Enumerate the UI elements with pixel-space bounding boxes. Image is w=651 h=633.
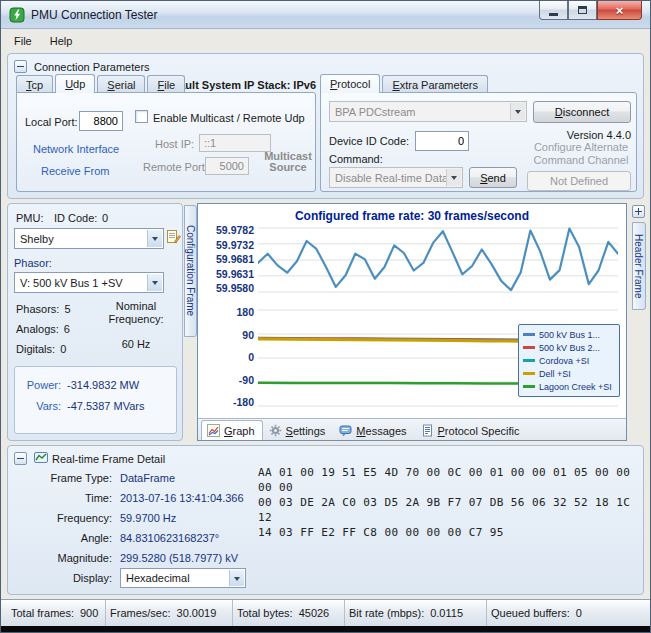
protocol-select: BPA PDCstream: [329, 101, 527, 122]
axis-tick-label: 90: [242, 329, 254, 341]
minus-icon: [17, 458, 24, 459]
power-label: Power:: [15, 379, 61, 391]
frame-detail-row: Frequency: 59.9700 Hz: [12, 508, 244, 528]
receive-from-link[interactable]: Receive From: [41, 165, 109, 177]
chart-title: Configured frame rate: 30 frames/second: [198, 209, 626, 223]
header-frame-tab[interactable]: Header Frame: [632, 222, 646, 310]
id-code-label: ID Code:: [54, 212, 97, 224]
axis-tick-label: 59.9580: [216, 282, 254, 294]
display-format-select[interactable]: Hexadecimal: [120, 568, 246, 588]
tab-messages[interactable]: Messages: [333, 420, 414, 440]
tab-settings[interactable]: Settings: [263, 420, 334, 440]
disconnect-button[interactable]: Disconnect: [533, 101, 631, 123]
command-select[interactable]: Disable Real-time Data: [329, 167, 463, 188]
axis-tick-label: 59.9782: [216, 224, 254, 236]
status-bar: Total frames: 900 Frames/sec: 30.0019 To…: [1, 599, 650, 626]
message-icon: [339, 424, 352, 437]
phasor-select-value: V: 500 kV Bus 1 +SV: [20, 277, 123, 289]
protocol-tabs: Protocol Extra Parameters: [320, 74, 490, 93]
tab-protocol-specific[interactable]: Protocol Specific: [415, 420, 528, 440]
axis-tick-label: 59.9681: [216, 253, 254, 265]
udp-settings-panel: Local Port: Network Interface Receive Fr…: [16, 92, 316, 192]
frame-detail-row: Magnitude: 299.5280 (518.7977) kV: [12, 548, 244, 568]
legend-label: 500 kV Bus 1...: [539, 330, 600, 340]
legend-item: Cordova +SI: [523, 354, 615, 367]
legend-label: Lagoon Creek +SI: [539, 382, 612, 392]
command-select-value: Disable Real-time Data: [335, 172, 448, 184]
tab-extra-parameters[interactable]: Extra Parameters: [382, 75, 488, 93]
command-label: Command:: [329, 153, 383, 165]
device-id-label: Device ID Code:: [329, 135, 409, 147]
network-interface-link[interactable]: Network Interface: [33, 143, 119, 155]
host-ip-label: Host IP:: [155, 138, 194, 150]
menu-bar: File Help: [1, 30, 650, 51]
frequency-axis-ticks: 59.978259.973259.968159.963159.9580: [200, 224, 254, 294]
legend-item: Lagoon Creek +SI: [523, 380, 615, 393]
app-window: PMU Connection Tester × File Help Connec…: [0, 0, 651, 633]
maximize-icon: [578, 6, 587, 14]
multicast-source-label: Multicast Source: [259, 151, 317, 173]
tab-udp[interactable]: Udp: [55, 74, 95, 93]
phasor-label: Phasor:: [14, 257, 52, 269]
collapse-connection-button[interactable]: [14, 60, 27, 73]
send-button[interactable]: Send: [469, 167, 517, 188]
power-value: -314.9832 MW: [67, 379, 139, 391]
pmu-label: PMU:: [16, 212, 44, 224]
expand-header-frame-button[interactable]: [632, 205, 645, 218]
protocol-select-value: BPA PDCstream: [335, 106, 416, 118]
legend-swatch: [523, 372, 535, 375]
legend-swatch: [523, 333, 535, 336]
legend-swatch: [523, 359, 535, 362]
hex-dump: AA 01 00 19 51 E5 4D 70 00 0C 00 01 00 0…: [258, 465, 643, 540]
app-icon: [9, 7, 25, 23]
legend-swatch: [523, 346, 535, 349]
multicast-checkbox[interactable]: [135, 110, 148, 123]
menu-file[interactable]: File: [5, 32, 41, 50]
signal-counts: Phasors: 5 Analogs: 6 Digitals: 0: [16, 303, 71, 363]
tab-serial[interactable]: Serial: [97, 75, 145, 93]
edit-configuration-icon[interactable]: [167, 229, 181, 246]
close-button[interactable]: ×: [597, 1, 642, 20]
display-format-value: Hexadecimal: [126, 572, 190, 584]
local-port-input[interactable]: [79, 111, 123, 131]
status-item: Bit rate (mbps): 0.0115: [345, 600, 487, 626]
count-row: Analogs: 6: [16, 323, 71, 335]
chevron-down-icon: [147, 230, 162, 247]
protocol-settings-panel: BPA PDCstream Disconnect Version 4.4.0 D…: [320, 92, 637, 192]
status-item: Queued buffers: 0: [487, 600, 605, 626]
legend-item: 500 kV Bus 1...: [523, 328, 615, 341]
frame-detail-rows: Frame Type: DataFrame Time: 2013-07-16 1…: [12, 468, 244, 568]
host-ip-input: [199, 134, 271, 152]
tab-protocol[interactable]: Protocol: [320, 74, 380, 93]
tab-file[interactable]: File: [147, 75, 185, 93]
id-code-value: 0: [102, 212, 108, 224]
title-bar[interactable]: PMU Connection Tester ×: [1, 1, 650, 29]
axis-tick-label: 59.9631: [216, 268, 254, 280]
menu-help[interactable]: Help: [41, 32, 82, 50]
configuration-frame-tab[interactable]: Configuration Frame: [184, 205, 197, 337]
minus-icon: [17, 66, 24, 67]
phase-axis-ticks: 180900-90-180: [210, 306, 254, 408]
vars-label: Vars:: [15, 400, 61, 412]
tab-graph[interactable]: Graph: [201, 420, 263, 440]
legend-swatch: [523, 385, 535, 388]
device-id-input[interactable]: [415, 131, 469, 151]
frame-detail-row: Time: 2013-07-16 13:41:04.366: [12, 488, 244, 508]
collapse-frame-detail-button[interactable]: [14, 452, 27, 465]
frame-detail-icon: [34, 451, 48, 466]
display-label: Display:: [12, 572, 112, 584]
legend-label: 500 kV Bus 2...: [539, 343, 600, 353]
status-item: Total frames: 900: [7, 600, 106, 626]
count-row: Digitals: 0: [16, 343, 71, 355]
not-defined-button: Not Defined: [527, 171, 631, 191]
minimize-button[interactable]: [539, 1, 568, 20]
chart-icon: [207, 424, 220, 437]
connection-parameters-title: Connection Parameters: [34, 61, 150, 73]
maximize-button[interactable]: [568, 1, 597, 20]
phasor-select[interactable]: V: 500 kV Bus 1 +SV: [14, 272, 164, 293]
nominal-frequency-value: 60 Hz: [94, 338, 178, 350]
pmu-select[interactable]: Shelby: [14, 228, 164, 249]
graph-panel: Configured frame rate: 30 frames/second …: [197, 203, 627, 441]
pmu-select-value: Shelby: [20, 233, 54, 245]
tab-tcp[interactable]: Tcp: [16, 75, 53, 93]
